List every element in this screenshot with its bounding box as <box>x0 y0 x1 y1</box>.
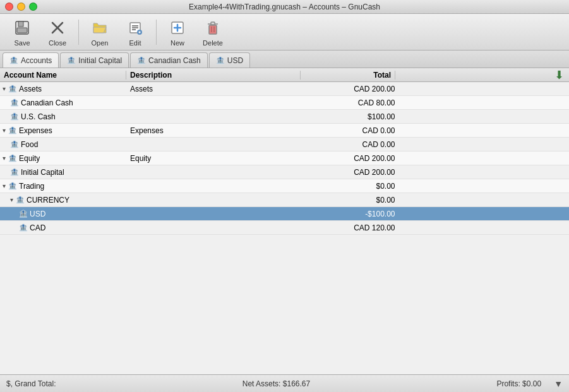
delete-button[interactable]: Delete <box>196 16 230 48</box>
row-name-assets: ▾ 🏦 Assets <box>0 85 126 93</box>
usd-tab-icon: 🏦 <box>216 56 225 64</box>
table-row[interactable]: 🏦 Initial Capital CAD 200.00 <box>0 165 569 179</box>
table-row[interactable]: ▾ 🏦 Assets Assets CAD 200.00 <box>0 82 569 96</box>
tree-arrow-equity: ▾ <box>3 155 6 162</box>
row-total-food: CAD 0.00 <box>304 140 399 149</box>
toolbar: Save Close Open <box>0 14 569 50</box>
toolbar-separator-2 <box>156 20 157 45</box>
close-icon <box>47 18 68 38</box>
row-name-canadian-cash: 🏦 Canadian Cash <box>0 98 126 107</box>
account-icon-usd: 🏦 <box>19 210 28 218</box>
row-total-equity: CAD 200.00 <box>304 154 399 163</box>
account-icon-us-cash: 🏦 <box>10 112 19 121</box>
row-total-trading: $0.00 <box>304 182 399 191</box>
new-label: New <box>171 39 184 47</box>
column-header-desc: Description <box>126 71 301 80</box>
row-desc-expenses: Expenses <box>126 126 304 135</box>
toolbar-separator-1 <box>78 20 79 45</box>
initial-capital-tab-icon: 🏦 <box>67 56 76 64</box>
tab-initial-capital-label: Initial Capital <box>78 56 122 65</box>
save-icon <box>12 18 32 38</box>
net-assets-label: Net Assets: $166.67 <box>243 379 310 388</box>
row-name-us-cash: 🏦 U.S. Cash <box>0 112 126 121</box>
new-icon <box>167 18 188 38</box>
table-row[interactable]: 🏦 Food CAD 0.00 <box>0 138 569 151</box>
column-header-extra: ⬇ <box>395 68 569 82</box>
column-header-total: Total <box>301 71 395 80</box>
grand-total-label: $, Grand Total: <box>6 379 56 388</box>
row-name-currency: ▾ 🏦 CURRENCY <box>0 196 126 205</box>
row-total-canadian-cash: CAD 80.00 <box>304 98 399 107</box>
column-header-name: Account Name <box>0 71 126 80</box>
table-body: ▾ 🏦 Assets Assets CAD 200.00 🏦 Canadian … <box>0 82 569 374</box>
tree-arrow-trading: ▾ <box>3 182 6 189</box>
tab-accounts-label: Accounts <box>21 56 52 65</box>
row-total-usd: -$100.00 <box>304 210 399 218</box>
delete-icon <box>203 18 223 38</box>
edit-label: Edit <box>129 39 141 47</box>
open-button[interactable]: Open <box>83 16 117 48</box>
canadian-cash-tab-icon: 🏦 <box>137 56 146 64</box>
account-icon-trading: 🏦 <box>8 182 17 190</box>
window-title: Example4-4WithTrading.gnucash – Accounts… <box>189 3 380 11</box>
account-icon-expenses: 🏦 <box>8 126 17 134</box>
row-total-cad: CAD 120.00 <box>304 223 399 232</box>
open-label: Open <box>92 39 109 47</box>
table-row[interactable]: ▾ 🏦 CURRENCY $0.00 <box>0 193 569 207</box>
svg-rect-2 <box>17 28 27 33</box>
tab-accounts[interactable]: 🏦 Accounts <box>3 52 59 68</box>
main-content: Account Name Description Total ⬇ ▾ 🏦 Ass… <box>0 68 569 374</box>
row-name-equity: ▾ 🏦 Equity <box>0 154 126 163</box>
delete-label: Delete <box>203 39 223 47</box>
table-header: Account Name Description Total ⬇ <box>0 68 569 82</box>
svg-rect-15 <box>209 25 217 34</box>
edit-icon <box>125 18 145 38</box>
row-name-initial-capital: 🏦 Initial Capital <box>0 168 126 177</box>
statusbar-dropdown-icon[interactable]: ▼ <box>554 379 563 389</box>
tab-usd-label: USD <box>227 56 243 65</box>
edit-button[interactable]: Edit <box>118 16 152 48</box>
row-name-trading: ▾ 🏦 Trading <box>0 182 126 191</box>
table-row[interactable]: ▾ 🏦 Equity Equity CAD 200.00 <box>0 151 569 165</box>
profits-label: Profits: $0.00 <box>496 379 541 388</box>
account-icon-assets: 🏦 <box>8 85 17 93</box>
tab-initial-capital[interactable]: 🏦 Initial Capital <box>60 52 129 68</box>
new-button[interactable]: New <box>160 16 195 48</box>
table-row[interactable]: 🏦 USD -$100.00 <box>0 207 569 221</box>
tab-canadian-cash-label: Canadian Cash <box>148 56 201 65</box>
account-icon-currency: 🏦 <box>16 196 25 204</box>
minimize-button[interactable] <box>17 3 25 11</box>
maximize-button[interactable] <box>29 3 37 11</box>
window-controls[interactable] <box>5 3 37 11</box>
tab-canadian-cash[interactable]: 🏦 Canadian Cash <box>130 52 208 68</box>
table-row[interactable]: ▾ 🏦 Trading $0.00 <box>0 179 569 193</box>
statusbar: $, Grand Total: Net Assets: $166.67 Prof… <box>0 374 569 392</box>
tab-usd[interactable]: 🏦 USD <box>209 52 250 68</box>
accounts-tab-icon: 🏦 <box>9 56 18 64</box>
account-icon-canadian-cash: 🏦 <box>10 98 19 107</box>
tree-arrow-assets: ▾ <box>3 85 6 92</box>
row-name-usd: 🏦 USD <box>0 210 126 218</box>
table-row[interactable]: 🏦 CAD CAD 120.00 <box>0 221 569 235</box>
row-total-initial-capital: CAD 200.00 <box>304 168 399 177</box>
row-total-expenses: CAD 0.00 <box>304 126 399 135</box>
close-button[interactable] <box>5 3 13 11</box>
account-icon-food: 🏦 <box>10 140 19 148</box>
row-desc-equity: Equity <box>126 154 304 163</box>
svg-rect-1 <box>18 21 23 27</box>
row-total-currency: $0.00 <box>304 196 399 205</box>
close-tool-label: Close <box>49 39 66 47</box>
save-label: Save <box>14 39 30 47</box>
svg-rect-17 <box>211 22 215 25</box>
close-tool-button[interactable]: Close <box>40 16 75 48</box>
table-row[interactable]: 🏦 U.S. Cash $100.00 <box>0 110 569 124</box>
account-icon-cad: 🏦 <box>19 223 28 232</box>
save-button[interactable]: Save <box>5 16 39 48</box>
row-desc-assets: Assets <box>126 85 304 93</box>
tree-arrow-currency: ▾ <box>10 196 13 203</box>
table-row[interactable]: ▾ 🏦 Expenses Expenses CAD 0.00 <box>0 124 569 138</box>
table-row[interactable]: 🏦 Canadian Cash CAD 80.00 <box>0 96 569 110</box>
tabbar: 🏦 Accounts 🏦 Initial Capital 🏦 Canadian … <box>0 50 569 68</box>
download-icon: ⬇ <box>554 68 564 82</box>
titlebar: Example4-4WithTrading.gnucash – Accounts… <box>0 0 569 14</box>
